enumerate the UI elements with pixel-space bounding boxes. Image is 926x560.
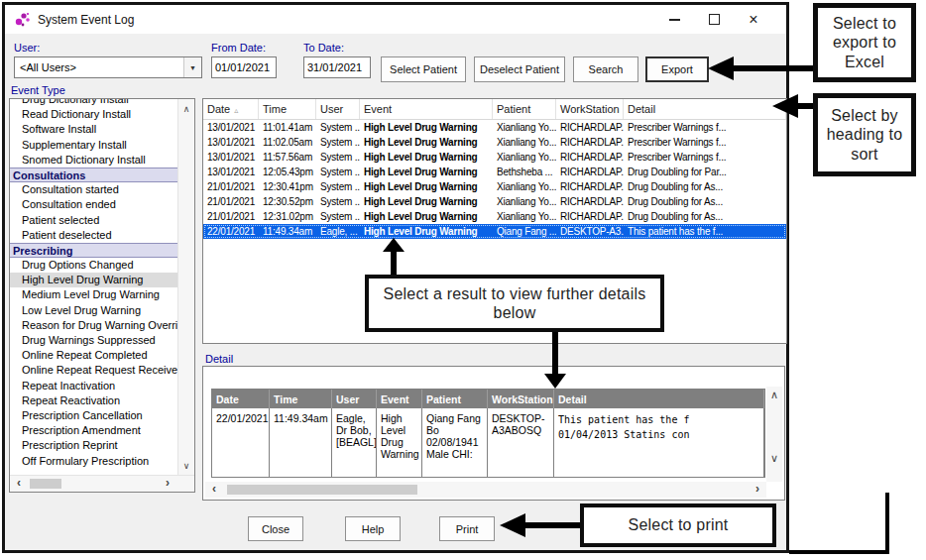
scroll-up-icon[interactable]: ∧ xyxy=(766,387,782,402)
column-header-patient[interactable]: Patient xyxy=(493,99,556,119)
table-row[interactable]: 13/01/2021 12:05.43pm System ... High Le… xyxy=(203,165,786,179)
result-arrow-up-stem xyxy=(391,251,397,275)
minimize-icon xyxy=(669,19,680,21)
event-type-item[interactable]: Off Formulary Prescription xyxy=(10,454,178,469)
from-date-input[interactable] xyxy=(211,56,277,78)
event-type-item[interactable]: Snomed Dictionary Install xyxy=(10,153,178,168)
event-type-vertical-scrollbar[interactable]: ∧ ∨ xyxy=(177,99,194,476)
event-type-horizontal-scrollbar[interactable]: ‹ › xyxy=(10,475,194,492)
deselect-patient-button[interactable]: Deselect Patient xyxy=(474,56,565,82)
cell-patient: Xianliang Yo... xyxy=(493,179,556,194)
table-row[interactable]: 21/01/2021 12:30.41pm System ... High Le… xyxy=(203,179,786,194)
cell-patient: Xianliang Yo... xyxy=(493,194,556,209)
scroll-down-icon[interactable]: ∨ xyxy=(766,450,782,466)
select-patient-button[interactable]: Select Patient xyxy=(381,56,466,82)
event-type-item[interactable]: Supplementary Install xyxy=(10,138,178,153)
column-header-date[interactable]: Date▵ xyxy=(203,99,259,119)
event-type-item[interactable]: Repeat Inactivation xyxy=(10,379,178,393)
help-button[interactable]: Help xyxy=(345,516,401,541)
cell-event: High Level Drug Warning xyxy=(360,194,493,209)
scroll-down-icon[interactable]: ∨ xyxy=(178,458,194,474)
maximize-button[interactable] xyxy=(707,13,721,27)
event-type-item[interactable]: Online Repeat Completed xyxy=(10,348,178,363)
cell-user: System ... xyxy=(316,135,360,150)
scrollbar-thumb[interactable] xyxy=(30,479,61,489)
export-arrow-stem xyxy=(732,65,813,71)
event-type-item[interactable]: Patient selected xyxy=(10,213,178,228)
minimize-button[interactable] xyxy=(667,13,681,27)
table-row[interactable]: 21/01/2021 12:30.52pm System ... High Le… xyxy=(203,194,786,209)
event-type-item[interactable]: Low Level Drug Warning xyxy=(10,303,178,318)
maximize-icon xyxy=(709,14,720,25)
detail-header-date: Date xyxy=(212,390,270,408)
event-type-item[interactable]: High Level Drug Warning xyxy=(10,273,178,287)
event-type-item[interactable]: Repeat Reactivation xyxy=(10,393,178,408)
cell-time: 12:30.41pm xyxy=(259,179,316,194)
cell-time: 12:05.43pm xyxy=(259,165,316,179)
cell-event: High Level Drug Warning xyxy=(360,165,493,179)
detail-label: Detail xyxy=(205,353,233,365)
event-type-item[interactable]: Prescription Reprint xyxy=(10,438,178,453)
event-type-item[interactable]: Drug Warnings Suppressed xyxy=(10,333,178,348)
detail-horizontal-scrollbar[interactable]: ‹ › xyxy=(205,482,766,498)
scroll-left-icon[interactable]: ‹ xyxy=(12,476,26,491)
frame-line-right xyxy=(885,493,889,554)
cell-event: High Level Drug Warning xyxy=(360,135,493,150)
cell-event: High Level Drug Warning xyxy=(360,209,493,224)
event-type-item[interactable]: Patient deselected xyxy=(10,228,178,243)
to-date-input[interactable] xyxy=(303,56,371,78)
cell-user: System ... xyxy=(316,120,360,135)
cell-time: 11:57.56am xyxy=(259,150,316,165)
export-button[interactable]: Export xyxy=(645,56,709,82)
table-row[interactable]: 21/01/2021 12:31.02pm System ... High Le… xyxy=(203,209,786,224)
cell-user: System ... xyxy=(316,194,360,209)
event-type-item[interactable]: Prescribing xyxy=(10,243,178,258)
sort-arrow-head xyxy=(772,94,798,118)
close-dialog-button[interactable]: Close xyxy=(248,516,303,541)
cell-workstation: RICHARDLAP... xyxy=(556,120,624,135)
search-button[interactable]: Search xyxy=(573,56,638,82)
scroll-right-icon[interactable]: › xyxy=(751,482,764,497)
event-type-item[interactable]: Prescription Amendment xyxy=(10,423,178,438)
cell-event: High Level Drug Warning xyxy=(360,120,493,135)
detail-panel: Date Time User Event Patient WorkStation… xyxy=(202,366,785,501)
event-type-item[interactable]: Online Repeat Request Receive xyxy=(10,363,178,378)
event-type-item[interactable]: Software Install xyxy=(10,122,178,137)
column-header-detail[interactable]: Detail xyxy=(624,99,786,119)
scroll-right-icon[interactable]: › xyxy=(161,476,174,491)
event-type-item[interactable]: Medium Level Drug Warning xyxy=(10,287,178,302)
event-type-item[interactable]: Prescription Cancellation xyxy=(10,408,178,423)
event-type-item[interactable]: Consultation ended xyxy=(10,197,178,212)
event-type-item[interactable]: Read Dictionary Install xyxy=(10,107,178,122)
table-row[interactable]: 22/01/2021 11:49.34am Eagle, ... High Le… xyxy=(203,224,786,239)
chevron-down-icon[interactable]: ▼ xyxy=(183,57,201,77)
column-header-user[interactable]: User xyxy=(316,99,360,119)
window-title: System Event Log xyxy=(38,13,134,27)
cell-workstation: RICHARDLAP... xyxy=(556,165,624,179)
column-header-workstation[interactable]: WorkStation xyxy=(556,99,624,119)
scroll-left-icon[interactable]: ‹ xyxy=(207,482,221,497)
table-row[interactable]: 13/01/2021 11:57.56am System ... High Le… xyxy=(203,150,786,165)
event-type-item[interactable]: Reason for Drug Warning Overri xyxy=(10,318,178,333)
cell-patient: Bethsheba ... xyxy=(493,165,556,179)
detail-header-workstation: WorkStation xyxy=(488,390,554,408)
detail-header-time: Time xyxy=(270,390,332,408)
column-header-event[interactable]: Event xyxy=(360,99,493,119)
titlebar: System Event Log × xyxy=(5,5,786,34)
detail-vertical-scrollbar[interactable]: ∧ ∨ xyxy=(766,387,782,482)
close-button[interactable]: × xyxy=(747,13,760,27)
print-button[interactable]: Print xyxy=(439,516,495,541)
event-type-item[interactable]: Drug Options Changed xyxy=(10,258,178,273)
export-arrow-head xyxy=(708,56,734,80)
table-row[interactable]: 13/01/2021 11:02.05am System ... High Le… xyxy=(203,135,786,150)
table-row[interactable]: 13/01/2021 11:01.41am System ... High Le… xyxy=(203,120,786,135)
user-select[interactable]: <All Users> ▼ xyxy=(14,56,202,78)
event-type-item[interactable]: Drug Dictionary Install xyxy=(10,99,178,107)
cell-detail: Prescriber Warnings f... xyxy=(624,150,786,165)
event-type-item[interactable]: Consultation started xyxy=(10,182,178,197)
detail-header-patient: Patient xyxy=(422,390,488,408)
event-type-item[interactable]: Consultations xyxy=(10,168,178,182)
column-header-time[interactable]: Time xyxy=(259,99,316,119)
scrollbar-thumb[interactable] xyxy=(227,485,417,495)
scroll-up-icon[interactable]: ∧ xyxy=(178,101,194,117)
